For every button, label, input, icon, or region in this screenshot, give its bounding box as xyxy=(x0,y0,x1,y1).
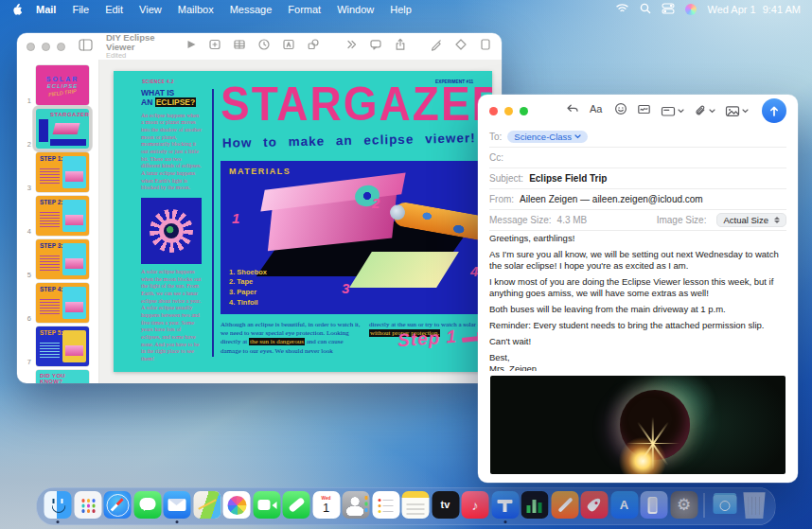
format-text-icon[interactable]: Aa xyxy=(589,102,605,119)
dock-item-keynote[interactable] xyxy=(491,491,519,519)
slide-2-stargazer[interactable]: SCIENCE 4.2 EXPERIMENT #11 WHAT IS AN EC… xyxy=(114,71,492,372)
control-center-icon[interactable] xyxy=(662,3,675,16)
add-slide-icon[interactable] xyxy=(208,38,221,55)
dock-item-numbers[interactable] xyxy=(521,491,549,519)
finder-icon xyxy=(44,491,72,519)
dock-item-tv[interactable]: tv xyxy=(432,491,459,519)
cc-field[interactable]: Cc: xyxy=(489,148,786,168)
slide-thumbnail-8[interactable]: DID YOU KNOW? xyxy=(36,370,89,383)
material-number-1: 1 xyxy=(232,210,239,226)
thumb-art xyxy=(40,343,60,358)
window-controls[interactable] xyxy=(489,107,528,115)
dock-item-downloads[interactable] xyxy=(711,491,738,519)
share-icon[interactable] xyxy=(394,38,407,55)
menu-item-file[interactable]: File xyxy=(72,4,89,15)
header-fields-button[interactable] xyxy=(661,105,684,117)
dock-item-iphone-mirroring[interactable] xyxy=(641,491,668,519)
dock-item-facetime[interactable] xyxy=(253,491,280,519)
shapes-icon[interactable] xyxy=(307,38,320,55)
menu-item-mailbox[interactable]: Mailbox xyxy=(178,4,214,15)
slide-paragraph-1: An eclipse happens when a moon or planet… xyxy=(141,113,202,192)
menu-item-message[interactable]: Message xyxy=(230,4,273,15)
thumb-art xyxy=(40,212,60,227)
mail-body-paragraph: Greetings, earthlings! xyxy=(489,233,786,244)
recipient-token[interactable]: Science-Class xyxy=(507,131,588,143)
comment-icon[interactable] xyxy=(369,38,382,55)
from-field[interactable]: From: Aileen Zeigen — aileen.zeigen@iclo… xyxy=(489,189,786,210)
insert-media-button[interactable] xyxy=(725,105,749,117)
menu-item-help[interactable]: Help xyxy=(390,4,412,15)
dock-item-calendar[interactable]: Wed1 xyxy=(312,491,340,519)
slide-thumbnail-4[interactable]: STEP 2: xyxy=(36,196,89,236)
clock-icon[interactable] xyxy=(257,38,271,55)
zoom-button[interactable] xyxy=(57,43,65,51)
flare-ray xyxy=(652,417,654,470)
menu-item-format[interactable]: Format xyxy=(288,4,321,15)
dock-item-pages[interactable] xyxy=(551,491,578,519)
dock-item-trash[interactable] xyxy=(741,491,768,519)
animate-icon[interactable] xyxy=(454,38,468,55)
slide-thumbnail-7[interactable]: STEP 5: xyxy=(36,326,89,366)
phone-icon xyxy=(283,491,310,519)
apple-menu-icon[interactable] xyxy=(11,2,23,17)
slide-thumbnail-2[interactable]: STARGAZER xyxy=(36,109,89,149)
menu-item-window[interactable]: Window xyxy=(337,4,374,15)
dock-item-reminders[interactable] xyxy=(372,491,399,519)
dock-item-settings[interactable]: ⚙ xyxy=(670,491,697,519)
subject-field[interactable]: Subject: Eclipse Field Trip xyxy=(489,168,786,189)
send-button[interactable] xyxy=(762,98,786,123)
slide-thumbnail-3[interactable]: STEP 1: xyxy=(36,152,89,192)
desktop-wallpaper: MailFileEditViewMailboxMessageFormatWind… xyxy=(0,0,812,529)
dock-item-photos[interactable] xyxy=(223,491,251,519)
play-icon[interactable] xyxy=(184,38,197,55)
dock-item-games[interactable] xyxy=(581,491,609,519)
dock-item-contacts[interactable] xyxy=(343,491,370,519)
highlighted-word: ECLIPSE? xyxy=(155,97,197,107)
close-button[interactable] xyxy=(489,107,498,115)
slide-thumbnail-1[interactable]: SOLARECLIPSEFIELD TRIP xyxy=(36,65,89,105)
siri-icon[interactable] xyxy=(685,4,697,15)
dock-item-music[interactable]: ♪ xyxy=(462,491,489,519)
markup-stamp-icon[interactable] xyxy=(637,102,651,119)
search-icon[interactable] xyxy=(640,3,651,16)
zoom-button[interactable] xyxy=(520,107,528,115)
dock-item-mailapp[interactable] xyxy=(164,491,191,519)
menu-clock[interactable]: Wed Apr 1 9:41 AM xyxy=(707,4,801,15)
minimize-button[interactable] xyxy=(504,107,513,115)
text-box-icon[interactable] xyxy=(282,38,295,55)
dock-item-notes[interactable] xyxy=(402,491,430,519)
slide-thumbnail-5[interactable]: STEP 3: xyxy=(36,239,89,279)
dock-item-launchpad[interactable] xyxy=(74,491,101,519)
table-icon[interactable] xyxy=(233,38,246,55)
dock-item-appstore[interactable]: A xyxy=(610,491,638,519)
wifi-icon[interactable] xyxy=(615,3,629,15)
photos-icon xyxy=(223,491,251,519)
slide-thumbnail-6[interactable]: STEP 4: xyxy=(36,283,89,323)
image-size-select[interactable]: Actual Size xyxy=(716,213,786,227)
to-field[interactable]: To: Science-Class xyxy=(489,127,786,148)
undo-icon[interactable] xyxy=(565,102,579,119)
menu-item-view[interactable]: View xyxy=(139,4,162,15)
dock-item-phone[interactable] xyxy=(283,491,310,519)
message-body-editor[interactable]: Greetings, earthlings!As I'm sure you al… xyxy=(489,233,786,371)
dock-item-messages[interactable] xyxy=(133,491,161,519)
dock-item-finder[interactable] xyxy=(44,491,72,519)
minimize-button[interactable] xyxy=(42,43,50,51)
more-toolbar-icon[interactable] xyxy=(344,38,358,55)
window-controls[interactable] xyxy=(26,43,65,51)
sidebar-toggle-icon[interactable] xyxy=(79,38,93,55)
format-brush-icon[interactable] xyxy=(430,38,443,55)
thumbnail-text: STARGAZER xyxy=(50,112,89,117)
materials-list-item: 1. Shoebox xyxy=(229,268,267,278)
close-button[interactable] xyxy=(26,43,35,51)
eclipse-photo-attachment[interactable] xyxy=(490,376,786,474)
emoji-icon[interactable] xyxy=(614,102,627,119)
attach-file-button[interactable] xyxy=(694,104,715,117)
menu-item-mail[interactable]: Mail xyxy=(36,4,56,15)
dock-item-safari[interactable] xyxy=(104,491,132,519)
mail-body-paragraph: Reminder: Every student needs to bring t… xyxy=(489,320,786,331)
dock-item-maps[interactable] xyxy=(193,491,221,519)
menu-item-edit[interactable]: Edit xyxy=(105,4,123,15)
select-arrows-icon xyxy=(774,217,780,223)
document-icon[interactable] xyxy=(479,38,492,55)
